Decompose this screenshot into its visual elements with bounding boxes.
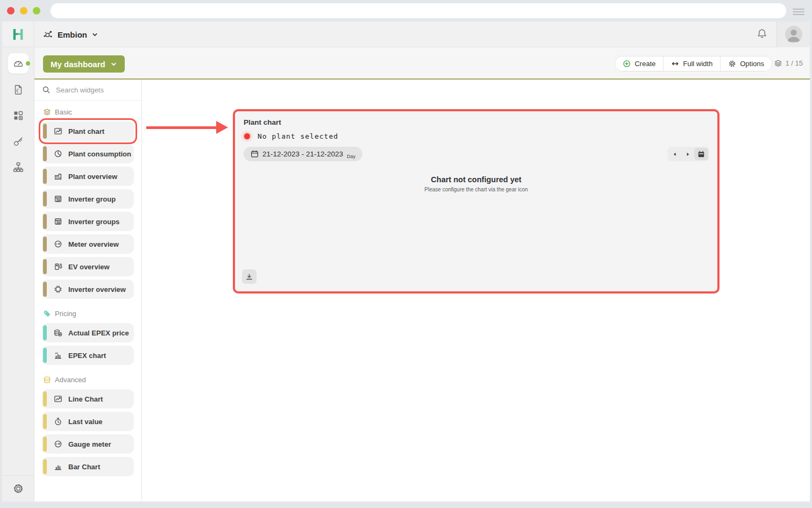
widget-item-label: Bar Chart — [68, 463, 100, 471]
caret-left-icon — [672, 151, 678, 158]
widget-item-label: EPEX chart — [68, 352, 106, 360]
screenshot-root: H Embion — [0, 0, 812, 508]
status-dot-icon — [244, 133, 250, 139]
sidebar-item-dashboards[interactable] — [8, 53, 29, 74]
widget-item-plant-overview[interactable]: Plant overview — [42, 167, 134, 186]
open-calendar-button[interactable] — [694, 148, 708, 160]
widget-item-label: Gauge meter — [68, 440, 111, 448]
widget-item-label: EV overview — [68, 263, 110, 271]
widget-item-bar-chart[interactable]: Bar Chart — [42, 457, 134, 476]
invoice-icon: € — [12, 84, 24, 96]
annotation-arrow-head — [216, 121, 228, 134]
calendar-filled-icon — [697, 151, 705, 158]
widget-counter-text: 1 / 15 — [785, 59, 803, 67]
widget-item-gauge-meter[interactable]: Gauge meter — [42, 434, 134, 454]
user-menu[interactable] — [777, 22, 810, 47]
layers-stack-icon — [774, 59, 782, 68]
download-button[interactable] — [242, 269, 257, 284]
molecule-icon — [43, 30, 53, 40]
widget-item-label: Line Chart — [68, 395, 103, 403]
meter-icon — [54, 240, 62, 248]
section-header-advanced: Advanced — [43, 376, 141, 384]
ev-charger-icon — [54, 262, 62, 271]
toolbar-button-group: Create Full width Options — [615, 56, 772, 71]
factory-icon — [54, 172, 62, 181]
widget-item-line-chart[interactable]: Line Chart — [42, 389, 134, 409]
widget-item-label: Plant chart — [68, 127, 104, 135]
widget-item-inverter-groups[interactable]: Inverter groups — [42, 212, 134, 231]
widget-item-last-value[interactable]: Last value — [42, 412, 134, 431]
status-text: No plant selected — [258, 132, 338, 140]
sidebar-item-widgets[interactable] — [2, 106, 34, 125]
settings-gear-icon — [12, 483, 24, 495]
user-avatar — [785, 26, 802, 43]
browser-url-input[interactable] — [51, 3, 786, 18]
search-icon — [42, 85, 51, 94]
app-header: H Embion — [2, 22, 810, 47]
app-window: H Embion — [2, 22, 810, 502]
widget-item-plant-consumption[interactable]: Plant consumption — [42, 144, 134, 163]
table-icon — [54, 217, 62, 226]
widget-item-label: Plant consumption — [68, 150, 131, 158]
sidebar-item-api-keys[interactable] — [2, 132, 34, 151]
tag-icon — [43, 310, 51, 318]
chip-icon — [54, 285, 62, 294]
widget-item-plant-chart[interactable]: Plant chart — [42, 121, 134, 141]
dashboard-selector-label: My dashboard — [51, 60, 105, 69]
brand-logo: H — [12, 26, 24, 42]
layers-icon — [43, 108, 51, 116]
widget-item-ev-overview[interactable]: EV overview — [42, 257, 134, 276]
line-chart-icon — [54, 127, 62, 135]
full-width-button[interactable]: Full width — [663, 56, 720, 71]
browser-menu-icon[interactable] — [793, 7, 804, 15]
workspace-menu[interactable]: Embion — [43, 22, 98, 47]
dashboard-selector-button[interactable]: My dashboard — [43, 55, 125, 73]
widget-item-meter-overview[interactable]: Meter overview — [42, 234, 134, 254]
database-icon — [43, 376, 51, 384]
widget-item-label: Actual EPEX price — [68, 329, 129, 337]
zoom-window-button[interactable] — [33, 7, 40, 15]
widget-item-label: Inverter groups — [68, 218, 119, 226]
date-resolution: Day — [347, 154, 355, 159]
options-button[interactable]: Options — [720, 56, 772, 71]
bar-chart-icon — [54, 462, 62, 471]
notifications-bell-icon[interactable] — [756, 28, 768, 42]
download-icon — [245, 273, 253, 281]
plus-circle-icon — [623, 60, 631, 68]
dashboard-canvas: Plant chart No plant selected 21-12-2023… — [142, 80, 810, 502]
workspace-name: Embion — [58, 30, 87, 39]
logo-cell[interactable]: H — [2, 22, 34, 47]
chevron-down-icon — [110, 61, 117, 68]
empty-state-title: Chart not configured yet — [431, 175, 521, 184]
next-period-button[interactable] — [681, 148, 694, 160]
widget-item-label: Inverter overview — [68, 285, 126, 294]
widget-item-inverter-group[interactable]: Inverter group — [42, 189, 134, 209]
sidebar-item-settings[interactable] — [2, 475, 34, 502]
widget-search-row — [34, 80, 141, 101]
full-width-label: Full width — [683, 60, 713, 68]
widget-item-inverter-overview[interactable]: Inverter overview — [42, 280, 134, 299]
sidebar-item-organization[interactable] — [2, 158, 34, 176]
create-button[interactable]: Create — [615, 56, 663, 71]
widget-item-label: Meter overview — [68, 240, 119, 248]
sidebar-item-invoices[interactable]: € — [2, 81, 34, 99]
caret-right-icon — [685, 151, 691, 158]
dashboard-gauge-icon — [12, 58, 24, 69]
section-label: Basic — [55, 108, 72, 116]
svg-text:€: € — [16, 89, 19, 94]
create-label: Create — [635, 60, 656, 68]
stopwatch-icon — [54, 417, 62, 426]
empty-state: Chart not configured yet Please configur… — [235, 175, 717, 192]
widget-item-epex-chart[interactable]: EPEX chart — [42, 346, 134, 365]
date-range-text: 21-12-2023 - 21-12-2023 — [262, 150, 343, 158]
previous-period-button[interactable] — [668, 148, 681, 160]
close-window-button[interactable] — [7, 7, 15, 15]
widget-item-actual-epex-price[interactable]: Actual EPEX price — [42, 323, 134, 342]
dashboard-toolbar: My dashboard Create Full width Options — [34, 47, 810, 80]
widgets-grid-icon — [12, 110, 24, 121]
minimize-window-button[interactable] — [20, 7, 27, 15]
date-range-picker[interactable]: 21-12-2023 - 21-12-2023 Day — [244, 147, 362, 161]
search-input[interactable] — [55, 85, 132, 95]
coins-icon — [54, 328, 62, 337]
plant-chart-widget: Plant chart No plant selected 21-12-2023… — [233, 109, 720, 294]
